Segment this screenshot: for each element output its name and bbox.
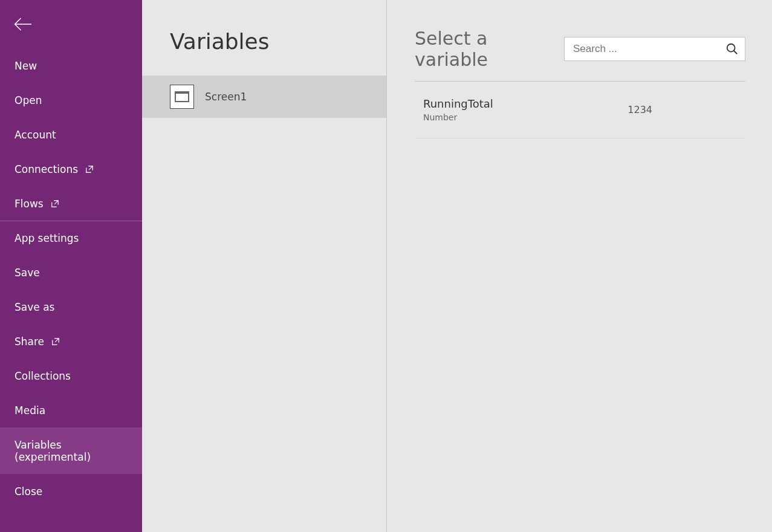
nav-item-save[interactable]: Save	[0, 255, 142, 290]
nav-label: App settings	[15, 232, 79, 244]
nav-label: Flows	[15, 198, 44, 210]
detail-heading: Select a variable	[415, 28, 552, 70]
svg-point-0	[727, 44, 735, 52]
nav-label: New	[15, 60, 37, 72]
nav-item-share[interactable]: Share	[0, 324, 142, 358]
variable-row[interactable]: RunningTotal Number 1234	[415, 82, 745, 138]
external-link-icon	[51, 337, 60, 346]
nav-item-connections[interactable]: Connections	[0, 152, 142, 186]
search-box[interactable]	[564, 37, 745, 61]
nav-label: Connections	[15, 163, 78, 175]
nav-label: Close	[15, 485, 42, 498]
nav-label: Account	[15, 129, 56, 141]
screen-label: Screen1	[205, 91, 247, 103]
screen-icon	[170, 85, 194, 109]
nav-item-media[interactable]: Media	[0, 393, 142, 427]
nav-item-flows[interactable]: Flows	[0, 186, 142, 221]
external-link-icon	[85, 165, 94, 174]
nav-label: Variables (experimental)	[15, 439, 128, 463]
page-title: Variables	[142, 0, 386, 76]
nav-label: Collections	[15, 370, 71, 382]
variable-type: Number	[423, 112, 493, 122]
screens-panel: Variables Screen1	[142, 0, 387, 532]
search-icon	[725, 42, 739, 56]
nav-label: Share	[15, 336, 44, 348]
screen-item[interactable]: Screen1	[142, 76, 386, 118]
nav-item-account[interactable]: Account	[0, 117, 142, 152]
variable-name: RunningTotal	[423, 97, 493, 110]
nav-item-variables[interactable]: Variables (experimental)	[0, 427, 142, 474]
nav-item-save-as[interactable]: Save as	[0, 290, 142, 324]
nav-label: Save	[15, 267, 40, 279]
nav-item-collections[interactable]: Collections	[0, 358, 142, 393]
sidebar: New Open Account Connections Flows App s…	[0, 0, 142, 532]
nav-label: Save as	[15, 301, 54, 313]
nav-item-app-settings[interactable]: App settings	[0, 221, 142, 255]
external-link-icon	[51, 199, 59, 208]
variable-value: 1234	[628, 104, 737, 115]
back-arrow-icon	[13, 15, 31, 33]
variable-detail-panel: Select a variable RunningTotal Number 12…	[387, 0, 772, 532]
nav-label: Open	[15, 94, 42, 106]
nav-label: Media	[15, 404, 45, 417]
nav-item-close[interactable]: Close	[0, 474, 142, 508]
nav-item-new[interactable]: New	[0, 48, 142, 83]
nav-list: New Open Account Connections Flows App s…	[0, 48, 142, 508]
nav-item-open[interactable]: Open	[0, 83, 142, 117]
search-input[interactable]	[573, 43, 725, 55]
back-button[interactable]	[0, 0, 142, 48]
